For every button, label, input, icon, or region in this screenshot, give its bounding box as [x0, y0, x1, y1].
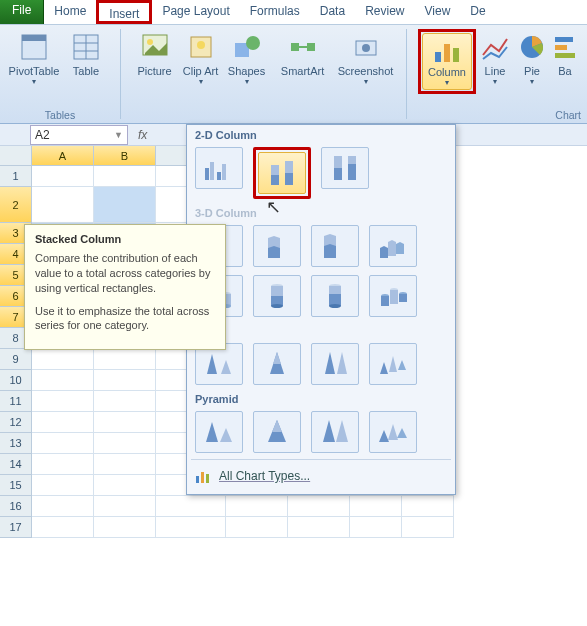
clustered-column-2d[interactable] — [195, 147, 243, 189]
row-12[interactable]: 12 — [0, 412, 32, 433]
cell-F17[interactable] — [350, 517, 402, 538]
cell-A9[interactable] — [32, 349, 94, 370]
cell-C17[interactable] — [156, 517, 226, 538]
shapes-button[interactable]: Shapes▾ — [221, 29, 273, 88]
cell-A16[interactable] — [32, 496, 94, 517]
screenshot-button[interactable]: Screenshot▾ — [333, 29, 399, 88]
cell-C16[interactable] — [156, 496, 226, 517]
svg-rect-34 — [348, 164, 356, 180]
tab-pagelayout[interactable]: Page Layout — [152, 0, 239, 24]
cone-stacked[interactable] — [253, 343, 301, 385]
column-3d[interactable] — [369, 225, 417, 267]
cell-B11[interactable] — [94, 391, 156, 412]
tab-home[interactable]: Home — [44, 0, 96, 24]
pie-chart-button[interactable]: Pie▾ — [514, 29, 550, 94]
pyramid-stacked[interactable] — [253, 411, 301, 453]
cell-D17[interactable] — [226, 517, 288, 538]
fx-icon[interactable]: fx — [138, 128, 147, 142]
section-pyramid: Pyramid — [187, 389, 455, 407]
line-chart-button[interactable]: Line▾ — [476, 29, 514, 94]
cell-B13[interactable] — [94, 433, 156, 454]
svg-rect-22 — [555, 53, 575, 58]
stacked-100-column-3d[interactable] — [311, 225, 359, 267]
cell-E17[interactable] — [288, 517, 350, 538]
tab-developer[interactable]: De — [460, 0, 495, 24]
clipart-button[interactable]: Clip Art▾ — [181, 29, 221, 88]
tab-formulas[interactable]: Formulas — [240, 0, 310, 24]
tab-review[interactable]: Review — [355, 0, 414, 24]
row-10[interactable]: 10 — [0, 370, 32, 391]
cell-B16[interactable] — [94, 496, 156, 517]
tab-file[interactable]: File — [0, 0, 44, 24]
svg-rect-20 — [555, 37, 573, 42]
cell-A14[interactable] — [32, 454, 94, 475]
section-3d-column: 3-D Column — [187, 203, 455, 221]
row-16[interactable]: 16 — [0, 496, 32, 517]
svg-rect-26 — [222, 164, 226, 180]
all-chart-types[interactable]: All Chart Types... — [187, 462, 455, 490]
tab-data[interactable]: Data — [310, 0, 355, 24]
cell-A2[interactable] — [32, 187, 94, 223]
line-chart-icon — [479, 31, 511, 63]
cell-B15[interactable] — [94, 475, 156, 496]
row-9[interactable]: 9 — [0, 349, 32, 370]
row-17[interactable]: 17 — [0, 517, 32, 538]
cell-B14[interactable] — [94, 454, 156, 475]
cell-A10[interactable] — [32, 370, 94, 391]
tab-view[interactable]: View — [415, 0, 461, 24]
cylinder-3d[interactable] — [369, 275, 417, 317]
svg-rect-56 — [201, 472, 204, 483]
col-A[interactable]: A — [32, 146, 94, 166]
table-button[interactable]: Table — [60, 29, 112, 88]
cell-B9[interactable] — [94, 349, 156, 370]
pyramid-clustered[interactable] — [195, 411, 243, 453]
row-11[interactable]: 11 — [0, 391, 32, 412]
cell-G17[interactable] — [402, 517, 454, 538]
stacked-column-3d[interactable] — [253, 225, 301, 267]
cell-E16[interactable] — [288, 496, 350, 517]
select-all-corner[interactable] — [0, 146, 32, 166]
pivottable-button[interactable]: PivotTable▾ — [8, 29, 60, 88]
name-box[interactable]: A2▼ — [30, 125, 128, 145]
svg-rect-46 — [329, 286, 341, 294]
svg-rect-30 — [285, 173, 293, 185]
picture-button[interactable]: Picture — [129, 29, 181, 88]
svg-rect-57 — [206, 474, 209, 483]
smartart-button[interactable]: SmartArt — [273, 29, 333, 88]
cell-D16[interactable] — [226, 496, 288, 517]
cell-B1[interactable] — [94, 166, 156, 187]
cell-B10[interactable] — [94, 370, 156, 391]
cell-A15[interactable] — [32, 475, 94, 496]
cell-A17[interactable] — [32, 517, 94, 538]
row-2[interactable]: 2 — [0, 187, 32, 223]
cell-B2[interactable] — [94, 187, 156, 223]
row-1[interactable]: 1 — [0, 166, 32, 187]
stacked-100-column-2d[interactable] — [321, 147, 369, 189]
tooltip-body-2: Use it to emphasize the total across ser… — [35, 304, 215, 334]
cone-100-stacked[interactable] — [311, 343, 359, 385]
cone-3d[interactable] — [369, 343, 417, 385]
pyramid-100-stacked[interactable] — [311, 411, 359, 453]
cell-B17[interactable] — [94, 517, 156, 538]
cell-F16[interactable] — [350, 496, 402, 517]
cell-A1[interactable] — [32, 166, 94, 187]
cell-A11[interactable] — [32, 391, 94, 412]
tab-insert[interactable]: Insert — [99, 3, 149, 25]
column-chart-button[interactable]: Column▾ — [422, 33, 472, 90]
pivottable-icon — [18, 31, 50, 63]
cell-A13[interactable] — [32, 433, 94, 454]
row-14[interactable]: 14 — [0, 454, 32, 475]
bar-chart-button[interactable]: Ba — [550, 29, 580, 94]
col-B[interactable]: B — [94, 146, 156, 166]
cylinder-100-stacked[interactable] — [311, 275, 359, 317]
pyramid-3d[interactable] — [369, 411, 417, 453]
cell-G16[interactable] — [402, 496, 454, 517]
cell-A12[interactable] — [32, 412, 94, 433]
ribbon: PivotTable▾ Table Tables Picture Clip Ar… — [0, 24, 587, 124]
cell-B12[interactable] — [94, 412, 156, 433]
cylinder-stacked[interactable] — [253, 275, 301, 317]
row-13[interactable]: 13 — [0, 433, 32, 454]
stacked-column-2d[interactable] — [258, 152, 306, 194]
row-15[interactable]: 15 — [0, 475, 32, 496]
svg-rect-12 — [291, 43, 299, 51]
